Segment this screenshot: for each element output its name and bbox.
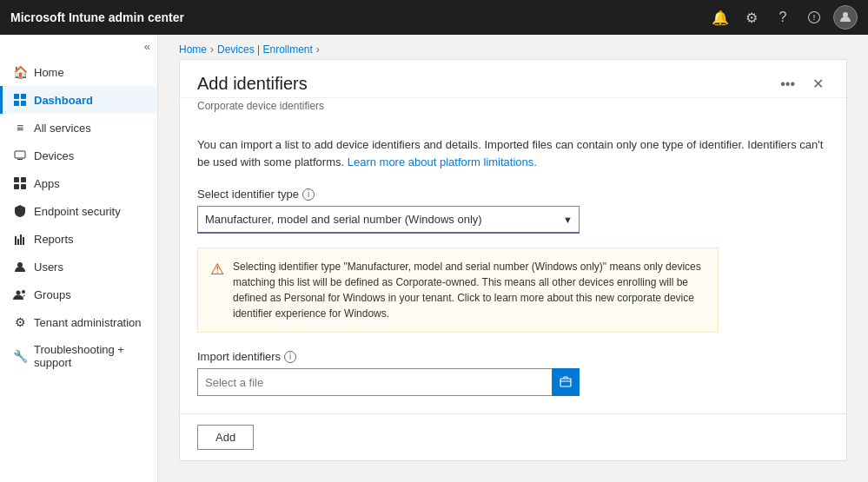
breadcrumb-separator-1: › [210,43,214,56]
panel-body: You can import a list to add device iden… [180,122,846,413]
learn-more-link[interactable]: Learn more about platform limitations. [348,155,537,168]
sidebar-label-groups: Groups [34,288,71,301]
panel-subtitle: Corporate device identifiers [180,98,846,122]
sidebar-item-apps[interactable]: Apps [0,169,157,197]
warning-triangle-icon: ⚠ [210,260,224,321]
sidebar-label-home: Home [34,66,64,79]
identifier-type-label: Select identifier type i [197,188,829,201]
svg-rect-10 [21,184,26,189]
svg-rect-13 [20,234,22,245]
identifier-type-info-icon[interactable]: i [302,188,315,201]
topbar-icons: 🔔 ⚙ ? [708,5,858,30]
sidebar: « 🏠 Home Dashboard ≡ All services Device… [0,35,158,482]
svg-rect-11 [15,236,17,245]
panel-title: Add identifiers [197,74,768,94]
add-identifiers-panel: Add identifiers ••• ✕ Corporate device i… [179,59,847,461]
panel-more-options-icon[interactable]: ••• [775,75,800,94]
svg-rect-9 [14,184,19,189]
svg-rect-2 [21,94,26,99]
sidebar-item-groups[interactable]: Groups [0,281,157,308]
sidebar-item-reports[interactable]: Reports [0,225,157,253]
sidebar-label-endpoint-security: Endpoint security [34,205,121,218]
breadcrumb-enrollment[interactable]: Devices | Enrollment [217,43,313,56]
reports-icon [13,232,27,246]
topbar: Microsoft Intune admin center 🔔 ⚙ ? [0,0,868,35]
import-info-icon[interactable]: i [284,351,296,363]
sidebar-label-all-services: All services [34,122,91,135]
svg-point-16 [17,291,21,295]
file-input-row [197,368,580,396]
svg-rect-7 [14,177,19,182]
svg-rect-3 [14,101,19,106]
identifier-type-select[interactable]: Manufacturer, model and serial number (W… [197,206,580,234]
file-browse-button[interactable] [552,368,580,396]
sidebar-item-dashboard[interactable]: Dashboard [0,86,157,114]
svg-rect-4 [21,101,26,106]
sidebar-label-tenant-admin: Tenant administration [34,316,142,329]
sidebar-item-endpoint-security[interactable]: Endpoint security [0,197,157,225]
warning-message: Selecting identifier type "Manufacturer,… [233,259,706,321]
sidebar-label-users: Users [34,261,63,274]
devices-icon [13,149,27,162]
svg-rect-1 [14,94,19,99]
identifier-type-select-wrapper: Manufacturer, model and serial number (W… [197,206,580,234]
file-input[interactable] [197,368,552,396]
dashboard-icon [13,93,27,107]
user-avatar[interactable] [833,5,858,30]
sidebar-label-troubleshooting: Troubleshooting + support [34,343,147,369]
intro-text: You can import a list to add device iden… [197,136,829,170]
warning-box: ⚠ Selecting identifier type "Manufacture… [197,248,719,333]
apps-icon [13,176,27,190]
feedback-icon[interactable] [802,5,826,30]
notification-icon[interactable]: 🔔 [708,5,732,30]
sidebar-item-devices[interactable]: Devices [0,142,157,169]
sidebar-item-all-services[interactable]: ≡ All services [0,114,157,142]
sidebar-item-home[interactable]: 🏠 Home [0,58,157,86]
home-icon: 🏠 [13,65,27,79]
help-icon[interactable]: ? [771,5,795,30]
tenant-admin-icon: ⚙ [13,315,27,329]
panel-header: Add identifiers ••• ✕ [180,60,846,98]
sidebar-collapse-button[interactable]: « [0,35,157,58]
add-button[interactable]: Add [197,425,254,450]
content-area: Home › Devices | Enrollment › Add identi… [158,35,868,482]
svg-rect-14 [23,237,24,245]
sidebar-label-apps: Apps [34,177,60,190]
import-identifiers-label: Import identifiers i [197,350,829,363]
sidebar-label-reports: Reports [34,233,74,246]
breadcrumb: Home › Devices | Enrollment › [158,35,868,59]
all-services-icon: ≡ [13,121,27,135]
svg-rect-18 [560,379,571,386]
main-layout: « 🏠 Home Dashboard ≡ All services Device… [0,35,868,482]
svg-rect-6 [17,159,23,160]
sidebar-label-dashboard: Dashboard [34,94,93,107]
svg-rect-12 [17,239,19,245]
breadcrumb-home[interactable]: Home [179,43,207,56]
sidebar-item-troubleshooting[interactable]: 🔧 Troubleshooting + support [0,336,157,376]
groups-icon [13,287,27,301]
troubleshooting-icon: 🔧 [13,349,27,363]
sidebar-label-devices: Devices [34,149,74,162]
app-title: Microsoft Intune admin center [10,10,708,24]
breadcrumb-separator-2: › [316,43,320,56]
settings-icon[interactable]: ⚙ [739,5,764,30]
sidebar-item-users[interactable]: Users [0,253,157,281]
import-section: Import identifiers i [197,350,829,396]
svg-point-17 [22,290,25,294]
endpoint-security-icon [13,204,27,218]
svg-rect-5 [15,151,25,158]
panel-close-button[interactable]: ✕ [807,74,829,94]
sidebar-item-tenant-admin[interactable]: ⚙ Tenant administration [0,308,157,336]
users-icon [13,260,27,274]
svg-rect-8 [21,177,26,182]
panel-footer: Add [180,413,846,460]
